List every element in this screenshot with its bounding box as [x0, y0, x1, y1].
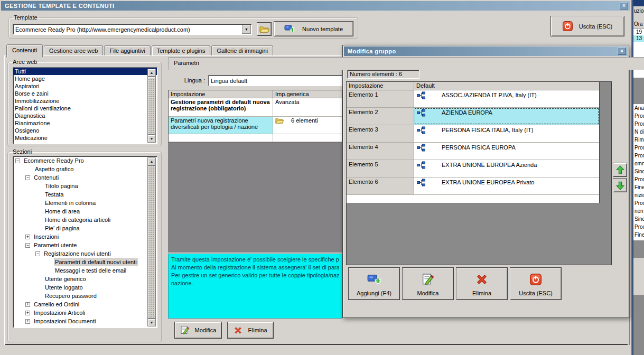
tree-expand-icon[interactable]: +: [25, 235, 30, 239]
tree-item[interactable]: Pie' di pagina: [13, 224, 157, 232]
tree-item[interactable]: +Impostazioni Documenti: [13, 317, 157, 325]
tree-item[interactable]: Recupero password: [13, 292, 157, 300]
arrow-down-icon: [615, 181, 625, 190]
chevron-down-icon[interactable]: ▼: [242, 25, 251, 34]
list-item[interactable]: Home page: [13, 75, 157, 82]
tree-collapse-icon[interactable]: −: [25, 243, 30, 248]
modifica-gruppo-dialog: Modifica gruppo × Lingua : Lingua defaul…: [342, 45, 629, 318]
scroll-up-icon[interactable]: ▲: [147, 69, 156, 77]
aggiungi-label: Aggiungi (F4): [357, 290, 391, 296]
list-item[interactable]: Aspiratori: [13, 82, 157, 90]
table-header-row: Impostazione Imp.generica: [169, 90, 342, 98]
nuovo-template-button[interactable]: Nuovo template: [274, 21, 353, 36]
list-item[interactable]: Immobilizzazione: [13, 97, 157, 105]
list-item[interactable]: Rianimazione: [13, 119, 157, 127]
sezioni-scrollbar[interactable]: ▲ ▼: [147, 157, 156, 326]
modal-title: Modifica gruppo: [348, 48, 396, 54]
scroll-down-icon[interactable]: ▼: [147, 319, 156, 326]
modal-elimina-button[interactable]: Elimina: [456, 267, 508, 300]
hierarchy-icon: [417, 126, 426, 134]
list-item[interactable]: Medicazione: [13, 134, 157, 142]
background-list-fragment: Anali Proc Proc N dis Rimu Proc Proc omn…: [633, 104, 644, 240]
tab-contenuti[interactable]: Contenuti: [6, 44, 43, 57]
grid-row[interactable]: Elemento 3 PERSONA FISICA ITALIA, Italy …: [347, 125, 599, 143]
table-row[interactable]: Gestione parametri di default nuova regi…: [169, 98, 342, 117]
grid-row[interactable]: Elemento 6 EXTRA UNIONE EUROPEA Privato: [347, 178, 599, 195]
list-item[interactable]: Ossigeno: [13, 127, 157, 134]
tree-expand-icon[interactable]: +: [25, 302, 30, 307]
tab-gallerie-di-immagini[interactable]: Gallerie di immagini: [211, 45, 273, 56]
close-icon[interactable]: ×: [618, 48, 626, 55]
tree-item[interactable]: −Ecommerce Ready Pro: [13, 156, 157, 165]
tree-item[interactable]: −Registrazione nuovi utenti: [13, 249, 157, 258]
tree-item[interactable]: −Parametri utente: [13, 241, 157, 249]
tree-item[interactable]: −Contenuti: [13, 173, 157, 182]
elimina-button[interactable]: Elimina: [227, 322, 274, 339]
background-window-fragment: [633, 295, 644, 355]
col-default: Default: [414, 82, 599, 90]
col-imp-generica: Imp.generica: [273, 90, 342, 98]
move-up-button[interactable]: [613, 163, 627, 177]
list-item[interactable]: Diagnostica: [13, 112, 157, 119]
move-down-button[interactable]: [613, 178, 627, 192]
window-title: GESTIONE TEMPLATE E CONTENUTI: [5, 3, 115, 9]
tree-item[interactable]: Utente loggato: [13, 283, 157, 292]
tree-item[interactable]: +Inserzioni: [13, 232, 157, 241]
col-impostazione: Impostazione: [169, 90, 273, 98]
tree-expand-icon[interactable]: +: [25, 311, 30, 315]
table-row[interactable]: Parametri nuova registrazione diversific…: [169, 117, 342, 134]
aree-web-scrollbar[interactable]: ▲ ▼: [147, 69, 156, 143]
tree-collapse-icon[interactable]: −: [25, 175, 30, 180]
background-window-fragment: [633, 78, 644, 104]
tree-item[interactable]: Home di area: [13, 207, 157, 216]
grid-row[interactable]: Elemento 5 EXTRA UNIONE EUROPEA Azienda: [347, 160, 599, 178]
modal-uscita-button[interactable]: Uscita (ESC): [510, 267, 562, 300]
panel-bottom-divider: [5, 344, 628, 345]
delete-x-icon: [234, 326, 242, 335]
tree-collapse-icon[interactable]: −: [15, 158, 20, 163]
tree-item[interactable]: +Impostazioni Articoli: [13, 309, 157, 317]
tree-item[interactable]: Messaggi e testi delle email: [13, 266, 157, 275]
tree-item[interactable]: Utente generico: [13, 275, 157, 283]
tree-item[interactable]: +Carrello ed Ordini: [13, 300, 157, 309]
modifica-label: Modifica: [195, 327, 217, 333]
tab-file-aggiuntivi[interactable]: File aggiuntivi: [104, 45, 150, 56]
list-item[interactable]: Tutti: [13, 68, 157, 75]
modifica-button[interactable]: Modifica: [174, 322, 222, 339]
list-item[interactable]: Borse e zaini: [13, 90, 157, 97]
tab-gestione-aree-web[interactable]: Gestione aree web: [44, 45, 103, 56]
grid-row[interactable]: Elemento 4 PERSONA FISICA EUROPA: [347, 143, 599, 160]
modal-modifica-button[interactable]: Modifica: [402, 267, 454, 300]
template-combobox[interactable]: Ecommerce Ready Pro (http://www.emergenc…: [13, 24, 252, 35]
scrollbar-thumb[interactable]: [147, 77, 156, 135]
background-window-fragment: [633, 0, 644, 6]
main-titlebar[interactable]: GESTIONE TEMPLATE E CONTENUTI ×: [1, 1, 630, 11]
tab-parametri[interactable]: Parametri: [168, 57, 644, 70]
list-item[interactable]: Palloni di ventilazione: [13, 105, 157, 112]
tree-expand-icon[interactable]: +: [25, 319, 30, 324]
background-row-selected: 13: [633, 35, 644, 42]
tree-item[interactable]: Elementi in colonna: [13, 199, 157, 207]
lingua-combobox[interactable]: Lingua default: [208, 75, 342, 86]
background-window-fragment: [633, 258, 644, 295]
tab-template-e-plugins[interactable]: Template e plugins: [152, 45, 211, 56]
scroll-down-icon[interactable]: ▼: [147, 135, 156, 143]
scrollbar-thumb[interactable]: [147, 165, 156, 319]
tree-item[interactable]: Home di categoria articoli: [13, 216, 157, 224]
aggiungi-button[interactable]: Aggiungi (F4): [348, 267, 400, 300]
hierarchy-icon: [417, 91, 426, 99]
modal-titlebar[interactable]: Modifica gruppo ×: [344, 46, 628, 56]
tree-item[interactable]: Titolo pagina: [13, 182, 157, 190]
grid-row-selected[interactable]: Elemento 2 AZIENDA EUROPA: [347, 108, 599, 125]
tree-item-selected[interactable]: Parametri di default nuovi utenti: [13, 258, 157, 266]
close-icon[interactable]: ×: [620, 2, 628, 10]
col-impostazione: Impostazione: [347, 82, 414, 90]
uscita-button[interactable]: Uscita (ESC): [550, 16, 624, 36]
power-icon: [530, 272, 542, 287]
scroll-up-icon[interactable]: ▲: [147, 157, 156, 165]
tree-collapse-icon[interactable]: −: [35, 251, 40, 256]
tree-item[interactable]: Testata: [13, 190, 157, 199]
tree-item[interactable]: Aspetto grafico: [13, 165, 157, 173]
grid-row[interactable]: Elemento 1 ASSOC./AZIENDA IT P.IVA, Ital…: [347, 90, 599, 108]
open-folder-button[interactable]: [257, 22, 272, 36]
